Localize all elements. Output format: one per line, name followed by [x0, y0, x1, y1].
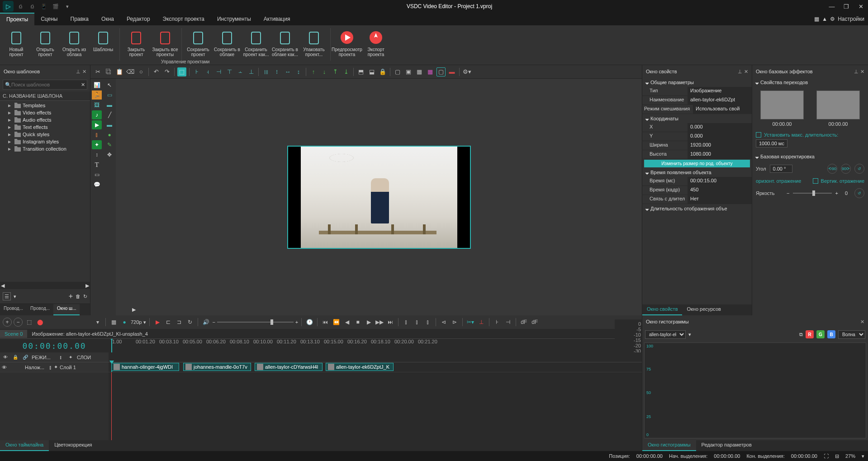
paste-icon[interactable]: 📋: [115, 67, 124, 76]
play-icon[interactable]: ▶: [364, 318, 373, 327]
next-frame-icon[interactable]: ▶▶: [375, 318, 384, 327]
align-top-icon[interactable]: ⊤: [225, 67, 234, 76]
rotate-right-icon[interactable]: 90⟳: [841, 164, 851, 174]
tl-tool-3[interactable]: dF: [519, 318, 528, 327]
time-frame-value[interactable]: 450: [688, 186, 752, 195]
tl-tool-4[interactable]: dF: [530, 318, 539, 327]
clip-2[interactable]: allen-taylor-cDYarwsH4l: [255, 363, 323, 371]
histogram-tab-0[interactable]: Окно гистограммы: [642, 440, 696, 451]
resize-to-parent-button[interactable]: Изменить размер по род. объекту: [644, 160, 750, 167]
quality-icon[interactable]: ●: [120, 318, 129, 327]
scroll-right-icon[interactable]: ▶: [85, 283, 89, 289]
chart-tool-icon[interactable]: 📊: [92, 81, 102, 90]
zoom-in-icon[interactable]: +: [3, 318, 12, 327]
angle-input[interactable]: [770, 165, 792, 173]
canvas[interactable]: ▶: [116, 79, 642, 315]
align-left-icon[interactable]: ⊦: [192, 67, 201, 76]
arrow-bottom-icon[interactable]: ⤓: [342, 67, 351, 76]
ribbon-новый-проект[interactable]: Новый проект: [2, 28, 31, 58]
marker-in-icon[interactable]: ⊏: [164, 318, 173, 327]
menu-tab-1[interactable]: Сцены: [34, 13, 64, 25]
undo-icon[interactable]: ↶: [152, 67, 161, 76]
visibility-header-icon[interactable]: 👁: [2, 355, 9, 360]
track-layer-label[interactable]: Слой 1: [60, 365, 76, 370]
brightness-minus[interactable]: −: [787, 190, 789, 196]
menu-tab-2[interactable]: Правка: [64, 13, 95, 25]
track-mode-label[interactable]: Налож...: [25, 365, 47, 370]
align-right-icon[interactable]: ⊣: [214, 67, 223, 76]
settings-label[interactable]: Настройки: [838, 16, 864, 22]
arrow-up-icon[interactable]: ↑: [309, 67, 318, 76]
group-icon[interactable]: ⬒: [356, 67, 365, 76]
reset-angle-icon[interactable]: ↺: [854, 164, 864, 174]
rect-fill-tool-icon[interactable]: ▬: [104, 100, 114, 109]
qat-icon-4[interactable]: 🎬: [52, 2, 60, 10]
pin-icon[interactable]: ⊥: [738, 69, 742, 75]
same-height-icon[interactable]: ↕: [294, 67, 303, 76]
shape-icon[interactable]: ○: [137, 67, 146, 76]
coords-section[interactable]: Координаты: [642, 114, 752, 123]
qat-icon-3[interactable]: 📱: [40, 2, 48, 10]
distribute-h-icon[interactable]: ⫼: [261, 67, 270, 76]
clip-3[interactable]: allen-taylor-ek6DZptJ_K: [326, 363, 394, 371]
jump-next-icon[interactable]: ⊳: [450, 318, 459, 327]
distribute-v-icon[interactable]: ⫶: [272, 67, 281, 76]
canvas-play-icon[interactable]: ▶: [132, 307, 136, 313]
split-icon-3[interactable]: ⫿: [423, 318, 432, 327]
appearance-section[interactable]: Время появления объекта: [642, 168, 752, 177]
time-ruler[interactable]: 1.0000:01.2000:03.1000:05.0000:06.2000:0…: [109, 339, 615, 352]
effect-tool-icon[interactable]: ✦: [92, 140, 102, 149]
menu-tab-6[interactable]: Инструменты: [211, 13, 257, 25]
rotate-left-icon[interactable]: ⟲90: [827, 164, 837, 174]
histo-link-icon[interactable]: ⧉: [799, 332, 803, 337]
maximize-button[interactable]: ❐: [842, 3, 851, 10]
align-center-h-icon[interactable]: ⫞: [203, 67, 212, 76]
ribbon-экспорт-проекта[interactable]: Экспорт проекта: [361, 28, 390, 58]
channel-b-button[interactable]: B: [827, 330, 835, 338]
max-duration-checkbox[interactable]: [756, 132, 761, 138]
audio-header-icon[interactable]: ⫿: [57, 355, 64, 360]
split-icon-2[interactable]: ⫿: [413, 318, 422, 327]
tl-dropdown-1[interactable]: ▾: [93, 318, 102, 327]
tl-tool-1[interactable]: ⊦: [493, 318, 502, 327]
track-visibility-icon[interactable]: 👁: [2, 365, 7, 370]
duration-section[interactable]: Длительность отображения объе: [642, 204, 752, 213]
rewind-icon[interactable]: ⏪: [332, 318, 341, 327]
clip-1[interactable]: johannes-mandle-0oT7v: [183, 363, 251, 371]
redo-icon[interactable]: ↷: [162, 67, 171, 76]
arrow-down-icon[interactable]: ↓: [320, 67, 329, 76]
grid-icon-1[interactable]: ▢: [393, 67, 402, 76]
ribbon-сохранить-проект[interactable]: Сохранить проект: [184, 28, 213, 58]
quality-dropdown[interactable]: ▾: [143, 319, 146, 325]
refresh-icon[interactable]: ↻: [83, 294, 87, 299]
menu-tab-3[interactable]: Окна: [95, 13, 120, 25]
pin-icon[interactable]: ⊥: [76, 69, 81, 75]
zoom-fit-icon[interactable]: ⛶: [824, 453, 829, 459]
tooltip-tool-icon[interactable]: ▭: [92, 170, 102, 179]
delete-tool-icon[interactable]: ⌫: [126, 67, 135, 76]
video-tool-icon[interactable]: ▶: [92, 120, 102, 129]
play-red-icon[interactable]: ▶: [153, 318, 162, 327]
go-end-icon[interactable]: ⏭: [386, 318, 395, 327]
loop-icon[interactable]: ↻: [185, 318, 194, 327]
volume-icon[interactable]: 🔊: [201, 318, 210, 327]
transitions-section[interactable]: Свойства переходов: [752, 78, 868, 87]
menu-tab-4[interactable]: Редактор: [120, 13, 157, 25]
clear-search-icon[interactable]: ✕: [81, 82, 85, 88]
align-bottom-icon[interactable]: ⊥: [247, 67, 256, 76]
close-panel-icon[interactable]: ✕: [860, 319, 864, 325]
ribbon-сохранить-в-облаке[interactable]: Сохранить в облаке: [213, 28, 242, 58]
up-arrow-icon[interactable]: ▲: [822, 16, 827, 22]
brightness-plus[interactable]: +: [835, 190, 838, 196]
general-section[interactable]: Общие параметры: [642, 78, 752, 87]
marker-tool-icon[interactable]: ⊥: [477, 318, 486, 327]
grid-icon-4[interactable]: ▦: [426, 67, 435, 76]
fx-header-icon[interactable]: ✦: [67, 355, 74, 360]
close-panel-icon[interactable]: ✕: [744, 69, 748, 75]
zoom-out-icon[interactable]: −: [14, 318, 23, 327]
fit-icon[interactable]: ⬚: [24, 318, 33, 327]
list-view-icon[interactable]: ☰: [3, 292, 11, 300]
hflip-label[interactable]: оризонт. отражение: [756, 178, 801, 184]
align-middle-icon[interactable]: ⫠: [236, 67, 245, 76]
qat-dropdown[interactable]: ▾: [63, 2, 71, 10]
